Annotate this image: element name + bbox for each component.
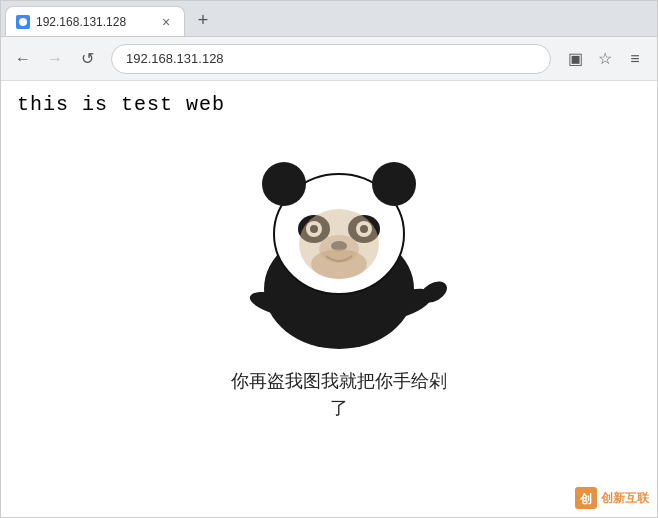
svg-point-3 xyxy=(262,162,306,206)
reload-button[interactable]: ↺ xyxy=(73,45,101,73)
address-bar[interactable]: 192.168.131.128 xyxy=(111,44,551,74)
caption-line2: 了 xyxy=(231,395,447,422)
svg-point-4 xyxy=(372,162,416,206)
nav-bar: ← → ↺ 192.168.131.128 ▣ ☆ ≡ xyxy=(1,37,657,81)
svg-point-17 xyxy=(311,249,367,279)
forward-button[interactable]: → xyxy=(41,45,69,73)
svg-text:创: 创 xyxy=(579,492,592,506)
menu-button[interactable]: ≡ xyxy=(621,45,649,73)
panda-image xyxy=(229,134,449,354)
watermark-logo-icon: 创 xyxy=(575,487,597,509)
panda-container: 你再盗我图我就把你手给剁 了 xyxy=(37,134,641,422)
watermark-label: 创新互联 xyxy=(601,490,649,507)
nav-right-buttons: ▣ ☆ ≡ xyxy=(561,45,649,73)
reader-mode-button[interactable]: ▣ xyxy=(561,45,589,73)
tab-favicon xyxy=(16,15,30,29)
panda-caption: 你再盗我图我就把你手给剁 了 xyxy=(231,368,447,422)
page-heading: this is test web xyxy=(17,93,641,116)
active-tab[interactable]: 192.168.131.128 × xyxy=(5,6,185,36)
svg-point-0 xyxy=(19,18,27,26)
tab-close-button[interactable]: × xyxy=(158,14,174,30)
address-text: 192.168.131.128 xyxy=(126,51,536,66)
new-tab-button[interactable]: + xyxy=(189,6,217,34)
tab-title: 192.168.131.128 xyxy=(36,15,152,29)
page-content: this is test web xyxy=(1,81,657,517)
tab-bar: 192.168.131.128 × + xyxy=(1,1,657,37)
bookmark-button[interactable]: ☆ xyxy=(591,45,619,73)
caption-line1: 你再盗我图我就把你手给剁 xyxy=(231,368,447,395)
watermark: 创 创新互联 xyxy=(575,487,649,509)
browser-window: 192.168.131.128 × + ← → ↺ 192.168.131.12… xyxy=(0,0,658,518)
back-button[interactable]: ← xyxy=(9,45,37,73)
